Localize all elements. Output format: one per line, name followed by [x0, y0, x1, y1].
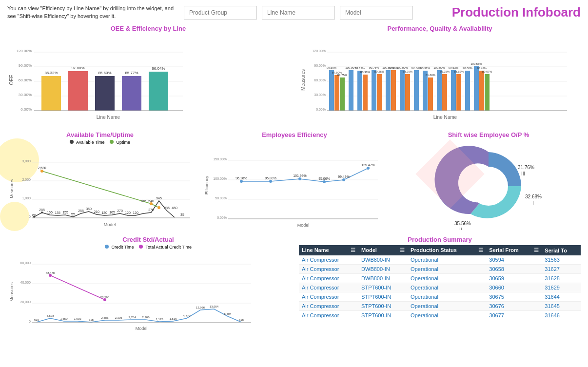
legend-actual-dot: [139, 245, 143, 249]
svg-text:0.00%: 0.00%: [20, 107, 32, 112]
svg-text:I: I: [532, 200, 534, 206]
shift-employee-title: Shift wise Employee O/P %: [396, 131, 581, 138]
svg-text:II: II: [459, 227, 462, 230]
cell-line: Air Compressor: [299, 311, 358, 320]
svg-text:120.00%: 120.00%: [312, 49, 326, 53]
cell-status: Operational: [408, 311, 486, 320]
cell-line: Air Compressor: [299, 292, 358, 302]
cell-from: 30594: [486, 255, 542, 265]
table-row: Air Compressor STPT600-IN Operational 30…: [299, 292, 581, 302]
svg-text:615: 615: [89, 318, 94, 321]
table-row: Air Compressor DWB800-IN Operational 306…: [299, 265, 581, 274]
svg-text:0: 0: [29, 320, 31, 323]
cell-line: Air Compressor: [299, 302, 358, 311]
svg-text:95.80%: 95.80%: [265, 176, 276, 180]
filter-icon-model[interactable]: ☰: [400, 247, 405, 253]
filter-icon-status[interactable]: ☰: [478, 247, 483, 253]
svg-text:270: 270: [148, 208, 154, 212]
performance-chart-section: Performance, Quality & Availability Meas…: [294, 22, 586, 129]
svg-point-110: [40, 170, 43, 173]
table-row: Air Compressor STPT600-IN Operational 30…: [299, 302, 581, 311]
product-group-input[interactable]: [184, 6, 257, 19]
svg-rect-45: [386, 70, 391, 111]
cell-from: 30676: [486, 302, 542, 311]
legend-actual-label: Total Actual Credit Time: [145, 245, 192, 250]
svg-text:101.99%: 101.99%: [293, 174, 307, 177]
svg-text:30.00%: 30.00%: [19, 93, 32, 97]
col-model[interactable]: Model ☰: [358, 245, 408, 255]
svg-rect-69: [474, 66, 479, 111]
col-serial-from[interactable]: Serial From ☰: [486, 245, 542, 255]
svg-text:540: 540: [148, 199, 154, 203]
svg-text:3,000: 3,000: [22, 159, 31, 163]
cell-model: STPT600-IN: [358, 283, 408, 292]
svg-rect-73: [485, 74, 490, 111]
cell-model: STPT600-IN: [358, 292, 408, 302]
svg-text:III: III: [521, 171, 525, 176]
cell-status: Operational: [408, 292, 486, 302]
cell-from: 30660: [486, 283, 542, 292]
svg-rect-29: [329, 70, 334, 111]
table-row: Air Compressor DWB800-IN Operational 305…: [299, 255, 581, 265]
svg-text:100.00%: 100.00%: [433, 66, 445, 69]
cell-to: 31627: [542, 265, 581, 274]
svg-text:4,628: 4,628: [46, 314, 54, 317]
svg-text:100.00%: 100.00%: [396, 66, 408, 69]
svg-text:90.00%: 90.00%: [314, 64, 326, 67]
svg-text:Line Name: Line Name: [433, 115, 457, 120]
svg-text:12,966: 12,966: [196, 306, 205, 309]
svg-text:Measures: Measures: [9, 179, 14, 198]
model-input[interactable]: [340, 6, 413, 19]
svg-text:1,516: 1,516: [169, 317, 177, 320]
col-status[interactable]: Production Status ☰: [408, 245, 486, 255]
svg-text:615: 615: [239, 318, 244, 321]
cell-from: 30675: [486, 292, 542, 302]
svg-rect-35: [349, 70, 353, 111]
svg-text:Line Name: Line Name: [97, 115, 120, 120]
svg-text:255: 255: [78, 209, 84, 212]
col-line-name[interactable]: Line Name ☰: [299, 245, 358, 255]
svg-text:Measures: Measures: [9, 282, 14, 302]
svg-text:60.00%: 60.00%: [19, 78, 32, 82]
svg-text:88.33%: 88.33%: [360, 71, 371, 74]
svg-text:450: 450: [172, 206, 177, 210]
svg-text:Model: Model: [104, 222, 116, 227]
cell-line: Air Compressor: [299, 274, 358, 283]
oee-bar-3: [95, 76, 115, 111]
svg-text:85.60%: 85.60%: [98, 71, 111, 75]
svg-rect-63: [451, 70, 456, 111]
cell-status: Operational: [408, 283, 486, 292]
svg-text:270: 270: [117, 209, 123, 212]
filter-icon-line[interactable]: ☰: [351, 247, 355, 253]
performance-title: Performance, Quality & Availability: [299, 25, 581, 32]
svg-rect-39: [363, 75, 368, 111]
production-summary-title: Production Summary: [299, 236, 581, 243]
svg-point-111: [150, 202, 153, 205]
svg-rect-59: [437, 70, 442, 111]
available-time-chart: Measures 0 1,000 2,000 3,000 60 285 2,53…: [7, 146, 193, 231]
credit-std-title: Credit Std/Actual: [7, 236, 289, 243]
oee-chart: OEE 0.00% 30.00% 60.00% 90.00% 120.00% 8…: [7, 34, 188, 126]
filter-inputs: [184, 6, 446, 19]
svg-text:285: 285: [164, 206, 170, 210]
cell-from: 30658: [486, 265, 542, 274]
col-serial-to[interactable]: Serial To: [542, 245, 581, 255]
legend-credit-label: Credit Time: [112, 245, 134, 250]
employees-efficiency-section: Employees Efficiency Efficiency 0.00% 50…: [197, 129, 392, 233]
cell-line: Air Compressor: [299, 255, 358, 265]
svg-text:96.16%: 96.16%: [235, 176, 247, 180]
svg-text:Model: Model: [136, 326, 148, 331]
svg-text:60,000: 60,000: [20, 261, 31, 265]
cell-from: 30677: [486, 311, 542, 320]
line-name-input[interactable]: [262, 6, 335, 19]
filter-icon-from[interactable]: ☰: [534, 247, 539, 253]
cell-model: DWB800-IN: [358, 255, 408, 265]
charts-row2: Available Time/Uptime Available Time Upt…: [0, 129, 588, 233]
svg-point-134: [367, 167, 370, 170]
svg-text:88.79%: 88.79%: [403, 70, 413, 73]
cell-from: 30659: [486, 274, 542, 283]
available-time-legend: Available Time Uptime: [7, 140, 193, 145]
cell-to: 31629: [542, 283, 581, 292]
svg-text:1,503: 1,503: [74, 317, 81, 320]
svg-text:615: 615: [34, 318, 39, 321]
